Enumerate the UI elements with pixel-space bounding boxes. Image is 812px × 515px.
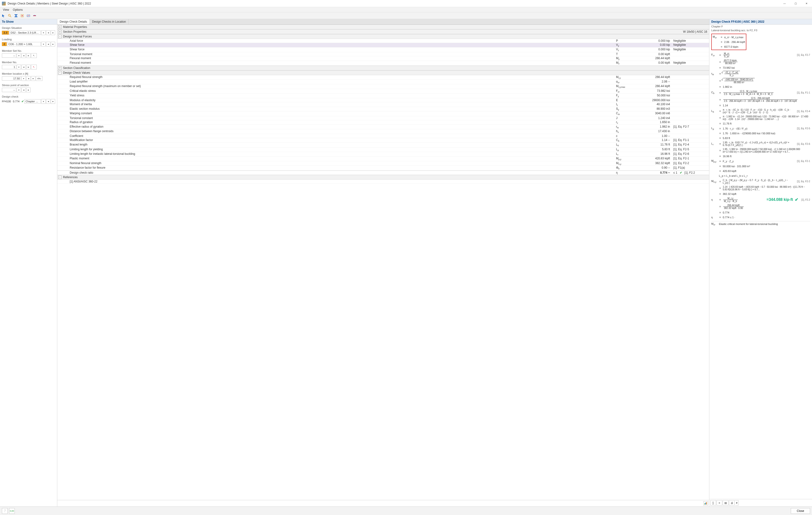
table-row: Plastic momentMp,y420.83 kipft[1], Eq. F… <box>57 156 709 161</box>
svg-rect-3 <box>14 14 18 15</box>
memberloc-next[interactable]: ▸ <box>31 76 35 81</box>
ds-prev[interactable]: ◂ <box>46 30 50 35</box>
app-icon <box>2 2 6 5</box>
tool-beam-icon[interactable] <box>32 13 37 18</box>
tool-zoom-icon[interactable] <box>7 13 12 18</box>
units-button[interactable]: 0,00 <box>9 508 15 514</box>
stress-next[interactable]: ▸ <box>26 88 31 92</box>
memberloc-xratio[interactable]: x/x₀ <box>36 76 42 81</box>
table-row: Shear forceVz0.000 kipNegligible <box>57 48 709 52</box>
group-classification[interactable]: +Section Classification <box>57 66 709 70</box>
dc-next[interactable]: ▸ <box>51 99 55 104</box>
label-stresspoint: Stress point of section <box>2 84 55 87</box>
table-row: Shear forceVy0.00 kipNegligible <box>57 43 709 48</box>
expand-icon[interactable]: + <box>58 30 62 33</box>
table-row: Resistance factor for flexureΦb0.90 --[1… <box>57 166 709 170</box>
reference-row: [1] ANSI/AISC 360-22 <box>57 180 709 184</box>
design-check-ratio-row: Design check ratio η 0.774 -- ≤ 1 ✔ [1],… <box>57 171 709 175</box>
memberloc-caret[interactable]: ▾ <box>22 76 26 81</box>
memberno-value[interactable]: 1 <box>2 65 16 69</box>
group-internal-forces[interactable]: −Design Internal Forces <box>57 34 709 39</box>
ratio-check-icon: ✔ <box>680 171 682 174</box>
stress-prev[interactable]: ◂ <box>22 88 26 92</box>
expand-icon[interactable]: + <box>58 25 62 29</box>
label-memberset: Member Set No. <box>2 50 55 52</box>
group-section-props[interactable]: +Section PropertiesW 18x50 | AISC 16 <box>57 29 709 34</box>
dc-select[interactable]: Chapter F | Lateral-to... <box>24 99 41 103</box>
tool-pointer-icon[interactable] <box>1 13 6 18</box>
loading-next[interactable]: ▸ <box>51 42 55 47</box>
tool-stress-icon[interactable] <box>20 13 25 18</box>
memberno-pick-icon[interactable]: ↖ <box>31 65 37 69</box>
center-chart-icon[interactable] <box>703 501 708 506</box>
expand-icon[interactable]: + <box>58 66 62 70</box>
dc-ratio: 0.774 <box>13 100 21 103</box>
rt-print-dropdown[interactable]: ▾ <box>735 500 738 506</box>
highlighted-mcr-box: Mcr=α_cr · M_r,y,max =2.06 · 266.44 kipf… <box>711 34 746 50</box>
memberno-caret[interactable]: ▾ <box>17 65 21 69</box>
loading-prev[interactable]: ◂ <box>46 42 50 47</box>
table-row: Modification factorCb1.14 --[1], Eq. F1-… <box>57 138 709 143</box>
svg-rect-9 <box>705 503 706 505</box>
tool-diagram-icon[interactable] <box>26 13 31 18</box>
svg-line-1 <box>10 16 11 17</box>
tool-section-icon[interactable] <box>13 13 19 18</box>
ds-dropdown-caret[interactable]: ▾ <box>41 30 46 35</box>
close-button[interactable]: Close <box>791 508 810 514</box>
right-sub2: Lateral-torsional buckling acc. to F2, F… <box>709 28 812 32</box>
tab-details[interactable]: Design Check Details <box>57 19 90 24</box>
tab-location[interactable]: Design Checks in Location <box>90 19 129 24</box>
loading-select[interactable]: CO6 - 1.20D + 1.60L <box>7 42 41 46</box>
group-check-values[interactable]: −Design Check Values <box>57 70 709 75</box>
memberno-next[interactable]: ▸ <box>26 65 31 69</box>
table-row: Effective radius of gyrationrts1.982 in[… <box>57 125 709 129</box>
svg-rect-4 <box>14 17 18 17</box>
help-button[interactable]: ❔ <box>2 508 8 514</box>
ds-next[interactable]: ▸ <box>51 30 55 35</box>
left-header: To Show <box>0 19 57 25</box>
window-title: Design Check Details | Members | Steel D… <box>8 2 779 5</box>
table-row: Elastic section modulusSy88.900 in3 <box>57 107 709 112</box>
table-row: Limiting length for inelastic lateral-to… <box>57 152 709 156</box>
stress-value[interactable]: -- <box>2 88 16 92</box>
svg-point-6 <box>22 15 23 16</box>
memberno-prev[interactable]: ◂ <box>22 65 26 69</box>
rt-symbols-icon[interactable]: ∑ <box>710 500 716 506</box>
dc-caret[interactable]: ▾ <box>41 99 46 104</box>
collapse-icon[interactable]: − <box>58 71 62 74</box>
menu-view[interactable]: View <box>1 8 11 12</box>
table-row: Coefficientc1.00 -- <box>57 134 709 138</box>
menu-options[interactable]: Options <box>11 8 25 12</box>
memberset-value[interactable]: -- <box>2 54 16 58</box>
memberset-next[interactable]: ▸ <box>26 53 31 58</box>
maximize-button[interactable]: ▢ <box>790 0 801 7</box>
memberset-prev[interactable]: ◂ <box>22 53 26 58</box>
stress-caret[interactable]: ▾ <box>17 88 21 92</box>
table-row: Nominal flexural strengthMn,y382.32 kipf… <box>57 161 709 166</box>
table-row: Required flexural strengthMr,y266.44 kip… <box>57 75 709 80</box>
memberloc-value[interactable]: 17.50 <box>2 76 21 81</box>
memberloc-prev[interactable]: ◂ <box>26 76 31 81</box>
group-references[interactable]: −References <box>57 175 709 180</box>
dc-check-icon: ✔ <box>22 100 24 103</box>
rt-detail-icon[interactable]: ▤ <box>723 500 728 506</box>
table-row: Flexural momentMy266.44 kipft <box>57 56 709 61</box>
toolbar <box>0 12 812 19</box>
svg-rect-10 <box>706 502 707 505</box>
collapse-icon[interactable]: − <box>58 176 62 179</box>
rt-list-icon[interactable]: ≡ <box>717 500 722 506</box>
memberset-pick-icon[interactable]: ↖ <box>31 53 37 58</box>
loading-caret[interactable]: ▾ <box>41 42 46 47</box>
label-memberloc: Member location x [ft] <box>2 72 55 75</box>
ds-select[interactable]: DS2 - Section 2.3 (LRFD), 1. to 5. <box>9 31 41 35</box>
table-row: Limiting length for yieldingLp5.83 ft[1]… <box>57 147 709 152</box>
minimize-button[interactable]: — <box>779 0 790 7</box>
collapse-icon[interactable]: − <box>58 35 62 38</box>
group-material[interactable]: +Material Properties <box>57 25 709 29</box>
dc-prev[interactable]: ◂ <box>46 99 50 104</box>
svg-point-0 <box>8 14 10 16</box>
table-row: Axial forceP0.000 kipNegligible <box>57 39 709 43</box>
close-window-button[interactable]: ✕ <box>801 0 812 7</box>
memberset-caret[interactable]: ▾ <box>17 53 21 58</box>
rt-print-icon[interactable]: 🖨 <box>729 500 735 506</box>
